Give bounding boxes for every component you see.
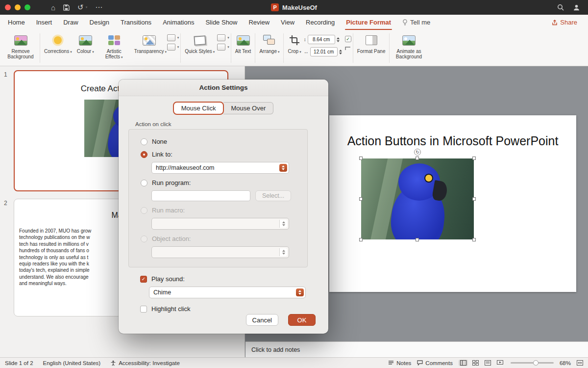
selection-handle-se[interactable] [472,238,476,241]
save-icon[interactable] [63,4,70,11]
link-target-select[interactable]: http://makeuseof.com [151,162,289,174]
selection-handle-e[interactable] [472,197,476,201]
play-sound-checkbox[interactable]: ✓ [140,276,147,283]
selection-handle-nw[interactable] [359,157,363,160]
crop-button[interactable]: Crop▾ [285,32,303,55]
highlight-click-row[interactable]: Highlight click [140,305,328,313]
share-button[interactable]: Share [552,19,588,26]
tab-insert[interactable]: Insert [36,19,52,26]
home-icon[interactable]: ⌂ [51,3,55,12]
action-on-click-group: None Link to: http://makeuseof.com Run p… [128,129,308,267]
more-commands-icon[interactable]: ⋯ [95,3,102,12]
reset-size-icon[interactable] [345,46,351,51]
notes-toggle[interactable]: Notes [388,360,411,366]
radio-run-program[interactable]: Run program: [141,179,299,186]
width-stepper[interactable] [339,50,342,54]
zoom-slider-knob[interactable] [533,360,539,366]
minimize-window-button[interactable] [15,4,21,10]
fit-to-window-icon[interactable] [577,360,583,366]
ok-button[interactable]: OK [288,314,316,326]
radio-object-action[interactable]: Object action: [141,235,299,242]
shape-width-field[interactable]: 12.01 cm [310,47,338,56]
radio-none[interactable]: None [141,138,299,145]
radio-run-macro[interactable]: Run macro: [141,207,299,214]
account-icon[interactable] [573,4,580,11]
tab-mouse-over[interactable]: Mouse Over [223,102,273,114]
tab-transitions[interactable]: Transitions [121,19,151,26]
remove-background-icon [14,35,27,46]
radio-selected-icon[interactable] [141,151,147,158]
radio-icon[interactable] [141,180,147,186]
picture-border-mini-button[interactable]: ▾ [217,34,229,41]
selection-handle-n[interactable] [416,157,419,160]
cancel-button[interactable]: Cancel [246,314,278,326]
radio-link-to[interactable]: Link to: [141,151,299,158]
tab-mouse-click[interactable]: Mouse Click [173,102,224,115]
selection-handle-w[interactable] [359,197,363,201]
tab-design[interactable]: Design [90,19,109,26]
selected-picture[interactable]: ↻ [361,158,474,239]
sharpen-mini-button[interactable]: ▾ [167,34,179,41]
zoom-window-button[interactable] [24,4,30,10]
height-stepper[interactable] [337,37,340,42]
notes-pane[interactable]: Click to add notes [245,342,588,357]
slide-canvas[interactable]: Action Buttons in Microsoft PowerPoint ↻ [329,115,576,292]
transparency-button[interactable]: Transparency▾ [132,32,167,55]
language-indicator[interactable]: English (United States) [43,360,101,366]
slide-sorter-view-button[interactable] [471,360,480,366]
tell-me[interactable]: Tell me [402,19,430,26]
accessibility-status[interactable]: Accessibility: Investigate [110,360,180,366]
colour-button[interactable]: Colour▾ [74,32,97,55]
arrange-button[interactable]: Arrange▾ [257,32,282,55]
play-sound-row[interactable]: ✓ Play sound: [140,275,328,283]
alt-text-button[interactable]: Alt Text [233,32,254,55]
ribbon: Remove Background Corrections▾ Colour▾ A… [0,30,588,66]
lock-aspect-ratio-checkbox[interactable]: ✓ [345,36,351,42]
remove-background-button[interactable]: Remove Background [3,32,38,60]
colour-icon [79,35,92,46]
arrange-icon [263,35,276,46]
comments-toggle[interactable]: Comments [417,360,453,366]
normal-view-button[interactable] [459,360,468,366]
run-program-field[interactable] [151,190,250,201]
chevron-down-icon: ▾ [92,50,94,53]
undo-icon[interactable]: ↺▾ [77,3,87,12]
tab-picture-format[interactable]: Picture Format [346,19,391,26]
tab-animations[interactable]: Animations [163,19,194,26]
share-icon [552,20,558,26]
slideshow-view-button[interactable] [495,360,505,366]
slide-1-number: 1 [4,71,7,78]
tab-draw[interactable]: Draw [63,19,78,26]
picture-effects-mini-button[interactable]: ▾ [217,44,229,51]
tab-view[interactable]: View [281,19,294,26]
zoom-percent[interactable]: 68% [560,360,571,366]
zoom-slider[interactable] [511,362,554,364]
artistic-effects-button[interactable]: Artistic Effects▾ [97,32,132,61]
tab-slide-show[interactable]: Slide Show [205,19,237,26]
highlight-click-checkbox[interactable] [140,306,147,313]
selection-handle-ne[interactable] [472,157,476,160]
shape-height-field[interactable]: 8.64 cm [308,35,335,44]
slide-title[interactable]: Action Buttons in Microsoft PowerPoint [329,134,576,148]
search-icon[interactable] [557,4,564,11]
select-program-button[interactable]: Select... [255,190,291,201]
reading-view-button[interactable] [483,360,492,366]
radio-icon[interactable] [141,138,147,145]
format-pane-button[interactable]: Format Pane [355,32,388,55]
transparency-icon [143,35,156,46]
selection-handle-sw[interactable] [359,238,363,241]
tab-recording[interactable]: Recording [306,19,335,26]
brightness-mini-button[interactable]: ▾ [167,44,179,51]
sound-select[interactable]: Chime [149,287,306,298]
notes-icon [388,361,394,366]
tab-review[interactable]: Review [248,19,270,26]
object-action-select [151,246,289,258]
corrections-icon [54,36,62,44]
tab-home[interactable]: Home [8,19,25,26]
corrections-button[interactable]: Corrections▾ [42,32,74,55]
selection-handle-s[interactable] [416,238,419,241]
close-window-button[interactable] [5,4,11,10]
quick-styles-button[interactable]: Quick Styles▾ [182,32,217,55]
rotation-handle[interactable]: ↻ [414,149,421,156]
animate-as-background-button[interactable]: Animate as Background [391,32,426,60]
